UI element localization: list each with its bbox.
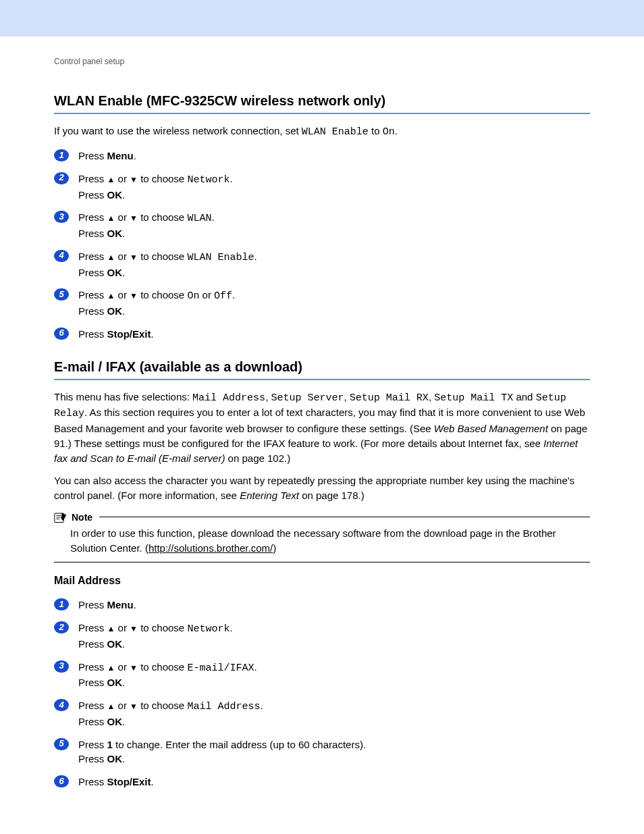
page-content: Control panel setup WLAN Enable (MFC-932… bbox=[0, 36, 644, 789]
note-icon bbox=[54, 511, 68, 523]
step-number-badge: 3 bbox=[54, 211, 69, 223]
step-number-badge: 5 bbox=[54, 288, 69, 301]
step-item: 4Press ▲ or ▼ to choose Mail Address.Pre… bbox=[54, 698, 590, 729]
step-number-badge: 2 bbox=[54, 172, 69, 184]
step-number-badge: 1 bbox=[54, 598, 69, 610]
step-item: 2Press ▲ or ▼ to choose Network.Press OK… bbox=[54, 172, 590, 203]
section-title-wlan: WLAN Enable (MFC-9325CW wireless network… bbox=[54, 93, 590, 109]
step-item: 2Press ▲ or ▼ to choose Network.Press OK… bbox=[54, 621, 590, 652]
steps-list-2: 1Press Menu.2Press ▲ or ▼ to choose Netw… bbox=[54, 598, 590, 789]
step-number-badge: 3 bbox=[54, 660, 69, 673]
step-number-badge: 6 bbox=[54, 775, 69, 787]
step-item: 1Press Menu. bbox=[54, 598, 590, 613]
step-item: 4Press ▲ or ▼ to choose WLAN Enable.Pres… bbox=[54, 249, 590, 280]
step-item: 3Press ▲ or ▼ to choose WLAN.Press OK. bbox=[54, 210, 590, 241]
subsection-mail-address: Mail Address bbox=[54, 575, 590, 587]
step-item: 6Press Stop/Exit. bbox=[54, 775, 590, 789]
section-title-email: E-mail / IFAX (available as a download) bbox=[54, 359, 590, 375]
note-body: In order to use this function, please do… bbox=[54, 526, 590, 563]
note-rule bbox=[99, 517, 590, 517]
steps-list-1: 1Press Menu.2Press ▲ or ▼ to choose Netw… bbox=[54, 149, 590, 342]
step-number-badge: 2 bbox=[54, 621, 69, 633]
note-block: Note In order to use this function, plea… bbox=[54, 511, 590, 563]
step-item: 5Press 1 to change. Enter the mail addre… bbox=[54, 737, 590, 767]
section-rule bbox=[54, 379, 590, 380]
breadcrumb: Control panel setup bbox=[54, 57, 590, 66]
step-item: 1Press Menu. bbox=[54, 149, 590, 163]
step-number-badge: 4 bbox=[54, 250, 69, 262]
step-item: 6Press Stop/Exit. bbox=[54, 327, 590, 342]
step-item: 3Press ▲ or ▼ to choose E-mail/IFAX.Pres… bbox=[54, 660, 590, 691]
section-rule bbox=[54, 113, 590, 114]
intro-text: If you want to use the wireless network … bbox=[54, 124, 590, 139]
step-item: 5Press ▲ or ▼ to choose On or Off.Press … bbox=[54, 288, 590, 319]
paragraph-1: This menu has five selections: Mail Addr… bbox=[54, 390, 590, 466]
step-number-badge: 1 bbox=[54, 149, 69, 161]
top-bar bbox=[0, 0, 644, 36]
step-number-badge: 6 bbox=[54, 328, 69, 340]
step-number-badge: 4 bbox=[54, 699, 69, 711]
paragraph-2: You can also access the character you wa… bbox=[54, 473, 590, 503]
note-label: Note bbox=[72, 512, 92, 523]
step-number-badge: 5 bbox=[54, 738, 69, 750]
